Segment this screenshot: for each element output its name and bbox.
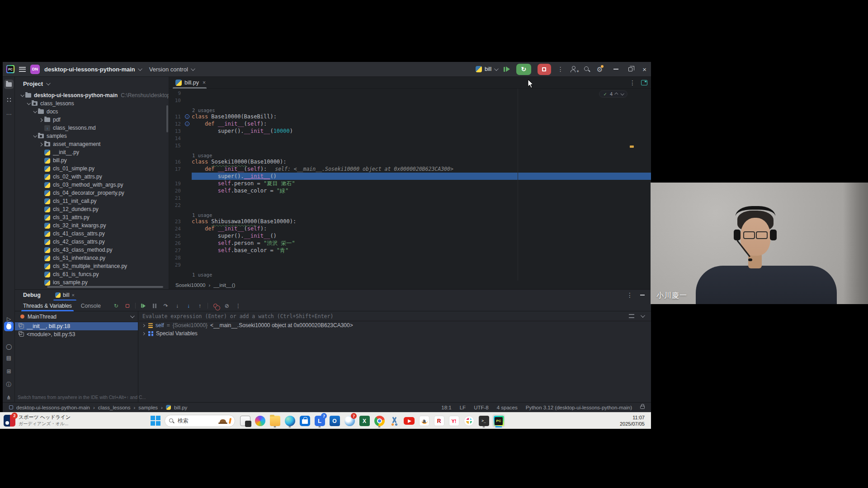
status-breadcrumb-item[interactable]: bill.py: [174, 405, 187, 410]
pause-icon[interactable]: [151, 302, 158, 310]
project-menu-button[interactable]: desktop-ui-lessons-python-main: [44, 66, 141, 73]
taskbar-app-file-explorer[interactable]: [269, 414, 281, 427]
tree-item-cls_04_decorator_property.py[interactable]: cls_04_decorator_property.py: [15, 189, 169, 197]
variable-row[interactable]: Special Variables: [139, 329, 651, 338]
next-problem-icon[interactable]: [620, 92, 624, 95]
line-number[interactable]: 28: [169, 255, 183, 261]
status-breadcrumb-item[interactable]: samples: [138, 405, 158, 410]
activity-problems-button[interactable]: ⓘ: [4, 380, 14, 389]
tree-item-ios_sample.py[interactable]: ios_sample.py: [15, 278, 169, 286]
taskbar-app-outlook[interactable]: O: [328, 414, 341, 427]
tree-item-cls_12_dunders.py[interactable]: cls_12_dunders.py: [15, 205, 169, 213]
code-line-22[interactable]: 22: [169, 202, 651, 209]
usage-annotation-text[interactable]: 1 usage: [192, 272, 212, 277]
tree-item-cls_01_simple.py[interactable]: cls_01_simple.py: [15, 164, 169, 173]
code-line-18[interactable]: super().__init__(): [169, 173, 651, 180]
line-number[interactable]: 13: [169, 128, 183, 134]
project-horizontal-scrollbar[interactable]: [47, 286, 163, 288]
widgets-button[interactable]: 2 スポーツ ヘッドライン ガーディアンズ・オル...: [4, 414, 71, 427]
status-item[interactable]: 18:1: [441, 405, 451, 410]
line-number[interactable]: 29: [169, 262, 183, 268]
stop-icon[interactable]: [124, 302, 131, 310]
editor-tab-billpy[interactable]: bill.py ×: [169, 77, 210, 89]
line-number[interactable]: 23: [169, 219, 183, 225]
usage-annotation-text[interactable]: 2 usages: [192, 108, 215, 113]
code-line-17[interactable]: 17 def __init__(self):self: <__main__.So…: [169, 165, 651, 173]
line-number[interactable]: 11: [169, 114, 183, 120]
code-line-24[interactable]: 24 def __init__(self):: [169, 225, 651, 232]
code-line-9[interactable]: 9: [169, 89, 651, 97]
line-number[interactable]: 27: [169, 248, 183, 253]
breakpoint-gutter[interactable]: [169, 174, 183, 179]
activity-more-button[interactable]: ⋯: [4, 109, 14, 119]
code-editor[interactable]: 9102 usages11↓class Base10000(BaseBill):…: [169, 89, 651, 281]
usage-annotation-text[interactable]: 1 usage: [192, 153, 212, 158]
pycharm-logo-icon[interactable]: [6, 65, 14, 73]
breadcrumb-item[interactable]: __init__(): [213, 282, 235, 288]
taskbar-app-edge[interactable]: [283, 414, 296, 427]
tree-chevron-icon[interactable]: [19, 94, 25, 97]
code-line-29[interactable]: 29: [169, 261, 651, 268]
tree-item-cls_02_with_attrs.py[interactable]: cls_02_with_attrs.py: [15, 173, 169, 181]
chevron-down-icon[interactable]: [641, 313, 645, 318]
tab-close-icon[interactable]: ×: [203, 80, 206, 86]
debug-view-tab-threads-variables[interactable]: Threads & Variables: [19, 300, 75, 311]
code-line-16[interactable]: 16class Soseki10000(Base10000):: [169, 158, 651, 165]
code-with-me-icon[interactable]: [570, 66, 577, 72]
code-line-15[interactable]: 15: [169, 142, 651, 149]
line-number[interactable]: 26: [169, 240, 183, 246]
status-item[interactable]: LF: [460, 405, 466, 410]
unlocked-icon[interactable]: [640, 406, 645, 409]
variable-row[interactable]: self = {Soseki10000} <__main__.Soseki100…: [139, 321, 651, 329]
step-into-icon[interactable]: ↓: [174, 302, 181, 310]
line-number[interactable]: 19: [169, 181, 183, 187]
inspections-widget[interactable]: ✓ 4: [599, 90, 627, 98]
taskbar-app-terminal[interactable]: >_: [477, 414, 490, 427]
previous-problem-icon[interactable]: [614, 92, 618, 96]
line-number[interactable]: 12: [169, 121, 183, 127]
tree-item-asset_management[interactable]: asset_management: [15, 140, 169, 148]
vcs-menu-button[interactable]: Version control: [149, 66, 194, 73]
activity-version-control-button[interactable]: ⋔: [4, 393, 14, 402]
mute-breakpoints-icon[interactable]: ⊘: [223, 302, 231, 310]
taskbar-app-excel[interactable]: X: [358, 414, 371, 427]
code-line-27[interactable]: 27 self.base_color = "青": [169, 247, 651, 254]
activity-python-console-button[interactable]: ◯: [4, 342, 14, 351]
activity-structure-button[interactable]: [4, 95, 14, 104]
code-line-26[interactable]: 26 self.person = "渋沢 栄一": [169, 239, 651, 247]
tree-item-class_lessons[interactable]: class_lessons: [15, 99, 169, 108]
tree-chevron-icon[interactable]: [38, 118, 44, 121]
debug-options-icon[interactable]: ⋮: [627, 291, 633, 299]
code-line-21[interactable]: 21: [169, 194, 651, 202]
status-breadcrumb-item[interactable]: desktop-ui-lessons-python-main: [16, 405, 90, 410]
frame-row[interactable]: __init__, bill.py:18: [15, 322, 138, 330]
layout-settings-icon[interactable]: [629, 314, 634, 318]
project-vertical-scrollbar[interactable]: [166, 105, 168, 132]
tree-item-cls_41_class_attrs.py[interactable]: cls_41_class_attrs.py: [15, 230, 169, 238]
status-item[interactable]: Python 3.12 (desktop-ui-lessons-python-m…: [526, 405, 632, 410]
tree-item-cls_51_inheritance.py[interactable]: cls_51_inheritance.py: [15, 254, 169, 262]
line-number[interactable]: 22: [169, 202, 183, 208]
step-over-icon[interactable]: ↷: [162, 302, 170, 310]
tree-item-__init__.py[interactable]: __init__.py: [15, 148, 169, 156]
override-method-icon[interactable]: ↓: [185, 122, 189, 126]
rerun-debug-button[interactable]: ↻: [516, 64, 531, 75]
tree-chevron-icon[interactable]: [32, 135, 38, 137]
expand-chevron-icon[interactable]: [142, 332, 145, 335]
tree-item-cls_32_init_kwargs.py[interactable]: cls_32_init_kwargs.py: [15, 221, 169, 230]
line-number[interactable]: 24: [169, 226, 183, 232]
activity-debug-button[interactable]: [4, 322, 14, 331]
step-out-icon[interactable]: ↑: [196, 302, 203, 310]
rerun-icon[interactable]: ↻: [113, 302, 120, 310]
more-actions-icon[interactable]: ⋮: [557, 66, 564, 73]
tree-item-bill.py[interactable]: bill.py: [15, 156, 169, 164]
code-line-11[interactable]: 11↓class Base10000(BaseBill):: [169, 113, 651, 120]
tree-item-cls_03_method_with_args.py[interactable]: cls_03_method_with_args.py: [15, 181, 169, 189]
hide-panel-icon[interactable]: [640, 295, 645, 296]
search-everywhere-icon[interactable]: [584, 66, 590, 73]
taskbar-app-amazon[interactable]: a: [418, 414, 430, 427]
window-maximize-button[interactable]: [628, 67, 632, 71]
breadcrumb-item[interactable]: Soseki10000: [175, 282, 206, 288]
activity-services-button[interactable]: ▤: [4, 353, 14, 362]
usage-annotation-text[interactable]: 1 usage: [192, 212, 212, 218]
